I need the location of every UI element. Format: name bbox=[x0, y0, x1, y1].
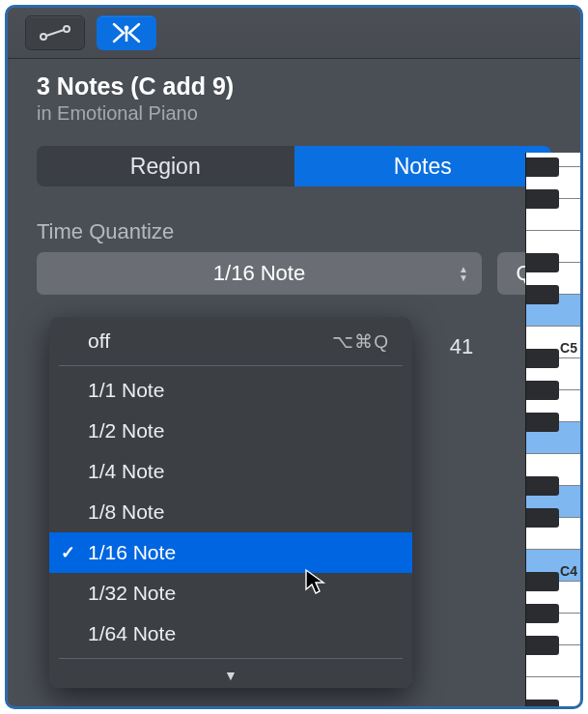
svg-point-3 bbox=[125, 26, 129, 31]
piano-black-key[interactable] bbox=[526, 604, 559, 623]
quantize-menu-item[interactable]: 1/1 Note bbox=[49, 370, 412, 411]
menu-item-label: 1/16 Note bbox=[88, 541, 176, 564]
automation-curve-icon bbox=[39, 24, 71, 42]
octave-label-c4: C4 bbox=[560, 563, 577, 579]
chevron-down-icon: ▼ bbox=[224, 668, 238, 683]
quantize-menu-item[interactable]: 1/32 Note bbox=[49, 573, 412, 614]
time-quantize-section: Time Quantize 1/16 Note ▲▼ Q bbox=[8, 186, 580, 295]
inspector-tabs: Region Notes bbox=[37, 146, 551, 186]
menu-scroll-down[interactable]: ▼ bbox=[49, 663, 412, 688]
piano-black-key[interactable] bbox=[526, 572, 559, 591]
menu-item-label: 1/1 Note bbox=[88, 379, 164, 402]
tab-region[interactable]: Region bbox=[37, 146, 294, 186]
piano-black-key[interactable] bbox=[526, 285, 559, 304]
piano-roll-inspector-window: 3 Notes (C add 9) in Emotional Piano Reg… bbox=[5, 5, 583, 709]
quantize-menu-item[interactable]: 1/4 Note bbox=[49, 451, 412, 492]
merge-tracks-icon bbox=[112, 22, 141, 43]
piano-black-key[interactable] bbox=[526, 636, 559, 655]
octave-label-c5: C5 bbox=[560, 340, 577, 356]
quantize-value-popup[interactable]: 1/16 Note ▲▼ bbox=[37, 252, 482, 295]
toolbar bbox=[8, 8, 580, 59]
menu-item-shortcut: ⌥⌘Q bbox=[332, 330, 389, 353]
quantize-menu: off ⌥⌘Q 1/1 Note 1/2 Note 1/4 Note 1/8 N… bbox=[49, 317, 412, 688]
piano-black-key[interactable] bbox=[526, 381, 559, 400]
swing-value[interactable]: 41 bbox=[433, 334, 490, 359]
quantize-current-value: 1/16 Note bbox=[213, 261, 305, 286]
automation-toggle-button[interactable] bbox=[25, 15, 85, 50]
quantize-menu-item[interactable]: 1/2 Note bbox=[49, 411, 412, 451]
menu-item-label: 1/2 Note bbox=[88, 419, 164, 443]
piano-black-key[interactable] bbox=[526, 508, 559, 528]
catch-playhead-button[interactable] bbox=[97, 15, 156, 50]
selection-title: 3 Notes (C add 9) bbox=[37, 72, 551, 100]
track-name-subtitle: in Emotional Piano bbox=[37, 102, 551, 125]
piano-black-key[interactable] bbox=[526, 700, 559, 709]
svg-point-1 bbox=[64, 26, 70, 32]
piano-black-key[interactable] bbox=[526, 349, 559, 368]
menu-item-label: 1/4 Note bbox=[88, 460, 164, 483]
piano-black-key[interactable] bbox=[526, 157, 559, 177]
menu-item-label: 1/64 Note bbox=[88, 622, 176, 645]
quantize-menu-item[interactable]: 1/64 Note bbox=[49, 614, 412, 654]
popup-stepper-icon: ▲▼ bbox=[459, 252, 470, 295]
piano-black-key[interactable] bbox=[526, 413, 559, 432]
piano-ruler[interactable]: (function () { const root = document.cur… bbox=[525, 153, 580, 706]
menu-item-label: off bbox=[88, 329, 110, 353]
piano-black-key[interactable] bbox=[526, 253, 559, 272]
quantize-menu-item[interactable]: 1/8 Note bbox=[49, 492, 412, 532]
menu-item-label: 1/32 Note bbox=[88, 582, 176, 605]
menu-divider bbox=[59, 658, 403, 659]
menu-item-label: 1/8 Note bbox=[88, 500, 164, 524]
quantize-menu-item-selected[interactable]: 1/16 Note bbox=[49, 532, 412, 573]
menu-divider bbox=[59, 365, 403, 366]
quantize-menu-item-off[interactable]: off ⌥⌘Q bbox=[49, 321, 412, 361]
piano-black-key[interactable] bbox=[526, 189, 559, 209]
svg-point-0 bbox=[41, 34, 46, 40]
svg-line-2 bbox=[46, 30, 64, 36]
selection-header: 3 Notes (C add 9) in Emotional Piano bbox=[8, 59, 580, 129]
tab-notes[interactable]: Notes bbox=[294, 146, 552, 186]
piano-black-key[interactable] bbox=[526, 476, 559, 496]
time-quantize-label: Time Quantize bbox=[37, 219, 551, 244]
